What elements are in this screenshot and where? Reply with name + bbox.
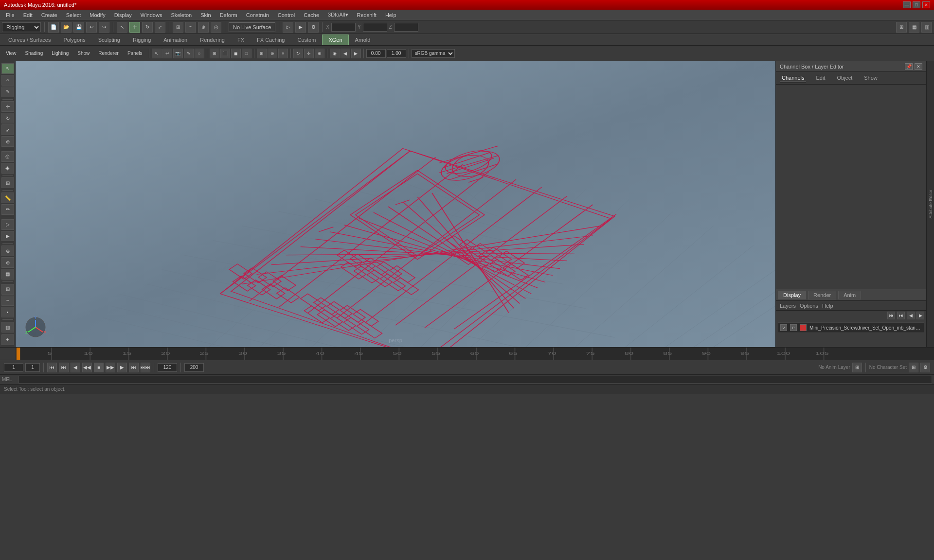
select-tool[interactable]: ↖ bbox=[1, 63, 14, 74]
layout-btn-1[interactable]: ⊞ bbox=[896, 22, 907, 33]
extra-tool[interactable]: + bbox=[1, 334, 14, 345]
snap-to-curve-btn[interactable]: ~ bbox=[185, 22, 196, 33]
attribute-strip[interactable]: Attribute Editor bbox=[926, 61, 934, 347]
module-selector[interactable]: Rigging bbox=[2, 22, 41, 32]
tab-curves-surfaces[interactable]: Curves / Surfaces bbox=[2, 35, 57, 45]
wireframe-btn[interactable]: ⊞ bbox=[210, 49, 219, 58]
anim-layer-btn[interactable]: ⊞ bbox=[852, 363, 862, 372]
snap-point[interactable]: • bbox=[1, 307, 14, 317]
snap-curve[interactable]: ~ bbox=[1, 296, 14, 306]
menu-select[interactable]: Select bbox=[62, 11, 85, 19]
quick-layout[interactable]: ▥ bbox=[1, 322, 14, 332]
scale-tool-btn[interactable]: ⤢ bbox=[155, 22, 165, 33]
minimize-button[interactable]: — bbox=[903, 1, 911, 8]
layer-v-checkbox[interactable]: V bbox=[780, 324, 787, 331]
paint-select-tool[interactable]: ✎ bbox=[1, 87, 14, 97]
tab-custom[interactable]: Custom bbox=[291, 35, 323, 45]
playback-start-input[interactable] bbox=[4, 363, 23, 372]
render-quick[interactable]: ▷ bbox=[1, 219, 14, 230]
tab-polygons[interactable]: Polygons bbox=[57, 35, 91, 45]
redo-btn[interactable]: ↪ bbox=[99, 22, 109, 33]
x-coord-input[interactable] bbox=[331, 23, 356, 32]
anim-tab[interactable]: Anim bbox=[838, 291, 861, 299]
layer-first-btn[interactable]: ⏮ bbox=[887, 312, 895, 319]
move-tool-btn[interactable]: ✛ bbox=[129, 22, 140, 33]
layer-last-btn[interactable]: ▶ bbox=[916, 312, 924, 319]
transform-tool[interactable]: ⊕ bbox=[1, 136, 14, 147]
snap-point-btn[interactable]: × bbox=[278, 49, 288, 58]
isolate-input[interactable] bbox=[366, 49, 386, 58]
rotate-tool-btn[interactable]: ↻ bbox=[142, 22, 153, 33]
menu-display[interactable]: Display bbox=[110, 11, 136, 19]
undo-btn[interactable]: ↩ bbox=[86, 22, 97, 33]
menu-deform[interactable]: Deform bbox=[216, 11, 241, 19]
new-scene-btn[interactable]: 📄 bbox=[48, 22, 59, 33]
tab-animation[interactable]: Animation bbox=[157, 35, 194, 45]
viewport-container[interactable]: persp Y X Z bbox=[16, 61, 775, 347]
mel-input[interactable] bbox=[18, 376, 932, 384]
dolly-btn[interactable]: ⊕ bbox=[315, 49, 324, 58]
scale-tool[interactable]: ⤢ bbox=[1, 124, 14, 135]
snap-to-view-btn[interactable]: ◎ bbox=[211, 22, 221, 33]
show-tab[interactable]: Show bbox=[862, 74, 880, 82]
menu-constrain[interactable]: Constrain bbox=[242, 11, 273, 19]
tab-rigging[interactable]: Rigging bbox=[126, 35, 157, 45]
create-field[interactable]: ▦ bbox=[1, 269, 14, 280]
save-scene-btn[interactable]: 💾 bbox=[73, 22, 84, 33]
panel-pin-btn[interactable]: 📌 bbox=[905, 63, 913, 70]
create-deform[interactable]: ⊕ bbox=[1, 257, 14, 268]
tab-xgen[interactable]: XGen bbox=[322, 35, 348, 45]
layout-btn-2[interactable]: ▦ bbox=[909, 22, 919, 33]
look-thru-btn[interactable]: ◉ bbox=[330, 49, 340, 58]
menu-modify[interactable]: Modify bbox=[86, 11, 109, 19]
tab-arnold[interactable]: Arnold bbox=[349, 35, 377, 45]
tab-sculpting[interactable]: Sculpting bbox=[92, 35, 126, 45]
undo-view-btn[interactable]: ↩ bbox=[162, 49, 172, 58]
menu-skin[interactable]: Skin bbox=[197, 11, 215, 19]
vp-menu-renderer[interactable]: Renderer bbox=[94, 50, 123, 57]
pb-last-btn[interactable]: ⏭⏭ bbox=[141, 363, 150, 372]
z-coord-input[interactable] bbox=[394, 23, 418, 32]
tumble-btn[interactable]: ↻ bbox=[293, 49, 303, 58]
open-scene-btn[interactable]: 📂 bbox=[61, 22, 72, 33]
layer-p-checkbox[interactable]: P bbox=[790, 324, 797, 331]
create-anim[interactable]: ⊛ bbox=[1, 245, 14, 256]
show-grid-btn[interactable]: ⊞ bbox=[257, 49, 267, 58]
render-settings-btn[interactable]: ⚙ bbox=[308, 22, 319, 33]
tab-fx-caching[interactable]: FX Caching bbox=[251, 35, 291, 45]
pb-first-btn[interactable]: ⏮ bbox=[47, 363, 57, 372]
menu-create[interactable]: Create bbox=[37, 11, 61, 19]
render-btn[interactable]: ▷ bbox=[283, 22, 293, 33]
object-tab[interactable]: Object bbox=[835, 74, 854, 82]
viewport-3d[interactable]: persp Y X Z bbox=[16, 61, 775, 347]
snap-to-point-btn[interactable]: ⊕ bbox=[198, 22, 209, 33]
vp-menu-shading[interactable]: Shading bbox=[21, 50, 47, 57]
tab-rendering[interactable]: Rendering bbox=[194, 35, 231, 45]
pb-back-btn[interactable]: ◀ bbox=[71, 363, 80, 372]
render-region[interactable]: ▶ bbox=[1, 231, 14, 242]
annotation-tool[interactable]: ✏ bbox=[1, 204, 14, 215]
soft-mod-tool[interactable]: ◎ bbox=[1, 151, 14, 162]
select-tool-btn[interactable]: ↖ bbox=[117, 22, 127, 33]
vp-menu-lighting[interactable]: Lighting bbox=[48, 50, 72, 57]
show-hulls-btn[interactable]: ⊛ bbox=[268, 49, 277, 58]
close-button[interactable]: ✕ bbox=[922, 1, 930, 8]
pb-fwd-btn[interactable]: ▶ bbox=[117, 363, 127, 372]
layer-color-swatch[interactable] bbox=[800, 324, 807, 331]
display-tab[interactable]: Display bbox=[778, 291, 806, 299]
vp-menu-view[interactable]: View bbox=[2, 50, 20, 57]
smooth-shade-btn[interactable]: ⬛ bbox=[220, 49, 230, 58]
menu-windows[interactable]: Windows bbox=[137, 11, 166, 19]
char-set-btn[interactable]: ⊞ bbox=[909, 363, 918, 372]
panel-close-btn[interactable]: ✕ bbox=[915, 63, 922, 70]
flat-shade-btn[interactable]: ◼ bbox=[231, 49, 241, 58]
pb-settings-btn[interactable]: ⚙ bbox=[920, 363, 930, 372]
help-sub[interactable]: Help bbox=[822, 303, 833, 309]
bounding-box-btn[interactable]: □ bbox=[242, 49, 251, 58]
track-btn[interactable]: ✛ bbox=[304, 49, 314, 58]
zoom-input[interactable] bbox=[387, 49, 406, 58]
prev-view-btn[interactable]: ◀ bbox=[341, 49, 350, 58]
next-view-btn[interactable]: ▶ bbox=[351, 49, 361, 58]
show-manip-tool[interactable]: ⊞ bbox=[1, 177, 14, 188]
pb-next-key-btn[interactable]: ⏭ bbox=[129, 363, 139, 372]
